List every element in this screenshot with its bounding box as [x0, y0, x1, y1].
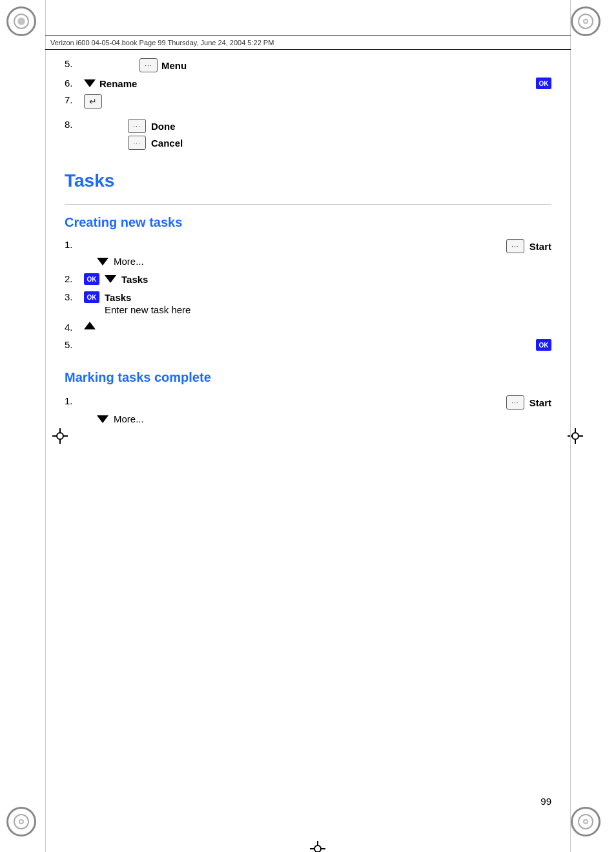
- step-5-label: Menu: [161, 60, 187, 71]
- creating-tasks-title: Creating new tasks: [65, 215, 551, 230]
- tasks-section: Tasks: [65, 171, 551, 191]
- creating-step-1-content: ··· Start More...: [84, 239, 551, 267]
- creating-step-3-num: 3.: [65, 291, 84, 302]
- creating-step-5-content: OK: [84, 339, 551, 351]
- marking-step-1: 1. ··· Start More...: [65, 395, 551, 424]
- start-icon-m1: ···: [506, 395, 524, 410]
- step-8-row: 8. ··· Done ··· Cancel: [65, 119, 551, 150]
- creating-step-4-content: [84, 322, 96, 329]
- page-number: 99: [540, 796, 551, 807]
- creating-step-3-sub: Enter new task here: [105, 304, 551, 315]
- ok-icon-3: OK: [84, 291, 99, 303]
- tasks-title: Tasks: [65, 171, 551, 191]
- step-5-num: 5.: [65, 58, 84, 69]
- down-arrow-icon-1: [97, 258, 108, 265]
- step-5-row: 5. ··· Menu: [65, 58, 551, 72]
- marking-step-1-sub: More...: [97, 413, 551, 424]
- step-6-row: 6. Rename OK: [65, 78, 551, 89]
- ok-icon-6: OK: [536, 78, 551, 89]
- marking-tasks-section: Marking tasks complete 1. ··· Start More…: [65, 370, 551, 424]
- step-6-label: Rename: [99, 78, 137, 89]
- step-7-num: 7.: [65, 94, 84, 105]
- creating-step-2: 2. OK Tasks: [65, 273, 551, 285]
- step-5-content: ··· Menu: [84, 58, 551, 72]
- marking-step-1-top: ··· Start: [84, 395, 551, 410]
- creating-step-1-sub: More...: [97, 256, 551, 267]
- creating-step-1-main: ··· Start: [84, 239, 551, 253]
- back-icon-7: ↵: [84, 94, 102, 109]
- down-arrow-icon-6: [84, 79, 96, 87]
- done-label: Done: [151, 121, 176, 132]
- cancel-label: Cancel: [151, 138, 183, 149]
- creating-step-1-num: 1.: [65, 239, 84, 250]
- creating-step-1: 1. ··· Start More...: [65, 239, 551, 267]
- marking-step-1-main-row: 1. ··· Start More...: [65, 395, 551, 424]
- header-text: Verizon i600 04-05-04.book Page 99 Thurs…: [50, 39, 274, 47]
- start-label-m1: Start: [529, 397, 551, 408]
- step-8-done: ··· Done: [84, 119, 183, 133]
- corner-decoration-tl: [6, 6, 45, 45]
- left-border: [45, 0, 46, 852]
- menu-icon-5: ···: [139, 58, 158, 72]
- marking-tasks-title: Marking tasks complete: [65, 370, 551, 385]
- creating-step-3: 3. OK Tasks Enter new task here: [65, 291, 551, 315]
- creating-step-4-num: 4.: [65, 322, 84, 333]
- ok-icon-5: OK: [536, 339, 551, 351]
- menu-icon-done: ···: [128, 119, 146, 133]
- step-8-cancel: ··· Cancel: [84, 136, 183, 150]
- step-8-num: 8.: [65, 119, 84, 130]
- header-bar: Verizon i600 04-05-04.book Page 99 Thurs…: [45, 36, 571, 50]
- creating-step-4: 4.: [65, 322, 551, 333]
- step-6-content: Rename OK: [84, 78, 551, 89]
- start-icon-1: ···: [506, 239, 524, 253]
- main-content: 5. ··· Menu 6. Rename OK 7. ↵ 8. ··· Don: [65, 58, 551, 794]
- tasks-label-3: Tasks: [105, 292, 131, 303]
- marking-step-1-num: 1.: [65, 395, 84, 406]
- creating-step-2-content: OK Tasks: [84, 273, 551, 285]
- divider-1: [65, 204, 551, 205]
- more-label-1: More...: [114, 256, 144, 267]
- step-6-num: 6.: [65, 78, 84, 88]
- step-7-row: 7. ↵: [65, 94, 551, 109]
- up-arrow-icon-4: [84, 322, 96, 329]
- tasks-label-2: Tasks: [121, 274, 148, 285]
- corner-decoration-br: [571, 807, 610, 846]
- menu-icon-cancel: ···: [128, 136, 146, 150]
- step-7-content: ↵: [84, 94, 551, 109]
- step-8-content: ··· Done ··· Cancel: [84, 119, 183, 150]
- creating-step-3-main: OK Tasks: [84, 291, 551, 303]
- enter-task-label: Enter new task here: [105, 304, 190, 315]
- corner-decoration-tr: [571, 6, 610, 45]
- more-label-m1: More...: [114, 413, 144, 424]
- creating-step-5-num: 5.: [65, 339, 84, 350]
- down-arrow-icon-2: [105, 275, 116, 283]
- creating-step-5: 5. OK: [65, 339, 551, 351]
- start-label-1: Start: [529, 241, 551, 252]
- creating-step-3-content: OK Tasks Enter new task here: [84, 291, 551, 315]
- marking-step-1-content: ··· Start More...: [84, 395, 551, 424]
- corner-decoration-bl: [6, 807, 45, 846]
- creating-step-2-num: 2.: [65, 273, 84, 284]
- ok-icon-2: OK: [84, 273, 99, 285]
- right-border: [570, 0, 571, 852]
- down-arrow-icon-m1: [97, 415, 108, 423]
- creating-tasks-section: Creating new tasks 1. ··· Start More... …: [65, 215, 551, 351]
